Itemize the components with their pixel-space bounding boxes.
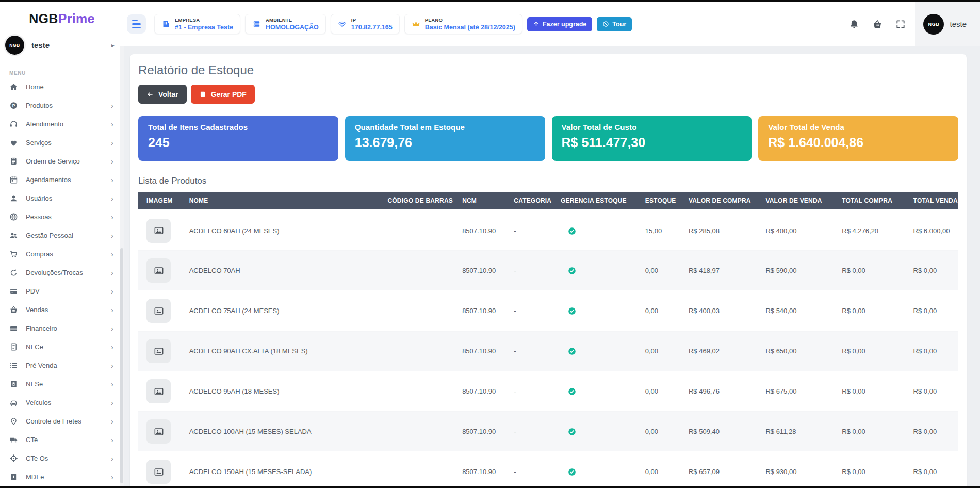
chip-value: 170.82.77.165 (351, 24, 393, 31)
window-chrome-top (0, 0, 980, 2)
product-image-placeholder (146, 258, 171, 283)
tour-button[interactable]: Tour (597, 17, 632, 31)
logo-part-prime: Prime (58, 11, 95, 26)
avatar: NGB (5, 36, 24, 55)
generate-pdf-button[interactable]: Gerar PDF (191, 85, 255, 104)
chevron-right-icon: › (111, 473, 113, 481)
sidebar-item[interactable]: MDFe › (0, 467, 124, 486)
product-image-placeholder (146, 339, 171, 363)
product-purchase-value: R$ 400,03 (680, 291, 757, 331)
chevron-right-icon: › (111, 194, 113, 202)
header-info-chip[interactable]: IP 170.82.77.165 (331, 14, 400, 34)
sidebar-item-label: Controle de Fretes (26, 417, 81, 425)
chip-label: PLANO (425, 17, 515, 23)
stock-managed-check-icon (568, 387, 576, 396)
back-button[interactable]: Voltar (138, 85, 187, 104)
sidebar-item[interactable]: Ordem de Serviço › (0, 152, 124, 170)
sidebar-item[interactable]: Devoluções/Trocas › (0, 263, 124, 282)
product-sale-value: R$ 400,00 (757, 210, 834, 251)
column-header: IMAGEM (138, 192, 181, 210)
sidebar-item[interactable]: Gestão Pessoal › (0, 226, 124, 245)
sidebar-item[interactable]: CTe Os › (0, 449, 124, 467)
table-row[interactable]: ACDELCO 60AH (24 MESES) 8507.10.90 - 15,… (138, 210, 958, 251)
sidebar-item-label: Home (26, 83, 44, 91)
product-purchase-value: R$ 509,40 (680, 412, 757, 452)
sidebar-scrollbar[interactable] (120, 46, 124, 486)
product-category: - (505, 371, 552, 412)
sidebar-item-label: Produtos (26, 102, 53, 109)
product-ncm: 8507.10.90 (454, 412, 505, 452)
table-row[interactable]: ACDELCO 100AH (15 MESES) SELADA 8507.10.… (138, 412, 958, 452)
header-info-chip[interactable]: EMPRESA #1 - Empresa Teste (154, 14, 240, 34)
sidebar-item[interactable]: Home › (0, 77, 124, 96)
basket-icon[interactable] (872, 19, 883, 29)
chevron-right-icon: ▸ (111, 42, 115, 49)
sidebar-item[interactable]: PDV › (0, 282, 124, 300)
chevron-right-icon: › (111, 380, 113, 388)
chevron-right-icon: › (111, 306, 113, 314)
sidebar-item[interactable]: Atendimento › (0, 115, 124, 133)
sidebar-item[interactable]: Compras › (0, 245, 124, 263)
sidebar-item[interactable]: Pessoas › (0, 207, 124, 226)
sidebar-item[interactable]: Vendas › (0, 300, 124, 319)
chevron-right-icon: › (111, 139, 113, 147)
product-total-purchase: R$ 0,00 (834, 291, 905, 331)
notifications-bell-icon[interactable] (849, 19, 859, 29)
chevron-right-icon: › (111, 213, 113, 221)
app-logo[interactable]: NGBPrime (0, 2, 124, 31)
sidebar-user-switcher[interactable]: NGB teste ▸ (0, 31, 124, 62)
table-body: ACDELCO 60AH (24 MESES) 8507.10.90 - 15,… (138, 210, 958, 486)
chevron-right-icon: › (111, 176, 113, 184)
table-row[interactable]: ACDELCO 150AH (15 MESES-SELADA) 8507.10.… (138, 452, 958, 486)
product-total-sale: R$ 0,00 (905, 412, 958, 452)
table-row[interactable]: ACDELCO 95AH (18 MESES) 8507.10.90 - 0,0… (138, 371, 958, 412)
sidebar-item[interactable]: Agendamentos › (0, 170, 124, 189)
sidebar-item[interactable]: P Produtos › (0, 96, 124, 115)
column-header: ESTOQUE (637, 192, 680, 210)
sidebar-item[interactable]: Controle de Fretes › (0, 412, 124, 430)
product-name: ACDELCO 60AH (24 MESES) (181, 210, 380, 251)
sidebar-item-label: Pré Venda (26, 362, 57, 369)
sidebar-toggle-button[interactable] (127, 14, 146, 34)
product-total-purchase: R$ 0,00 (834, 452, 905, 486)
topbar-user-menu[interactable]: NGB teste (915, 2, 980, 46)
table-row[interactable]: ACDELCO 75AH (24 MESES) 8507.10.90 - 0,0… (138, 291, 958, 331)
sidebar-item-label: CTe (26, 436, 38, 444)
stock-managed-check-icon (568, 468, 576, 476)
chevron-right-icon: › (111, 269, 113, 276)
upgrade-button[interactable]: Fazer upgrade (527, 17, 592, 31)
sidebar-item[interactable]: Financeiro › (0, 319, 124, 337)
product-ncm: 8507.10.90 (454, 331, 505, 371)
cart-icon (9, 250, 18, 258)
product-name: ACDELCO 70AH (181, 251, 380, 291)
crown-icon (412, 20, 420, 28)
page-title: Relatório de Estoque (138, 62, 958, 78)
sidebar-item[interactable]: NFSe › (0, 375, 124, 393)
product-barcode (379, 452, 454, 486)
header-info-chip[interactable]: PLANO Basic Mensal (até 28/12/2025) (404, 14, 522, 34)
sidebar-item[interactable]: Pré Venda › (0, 356, 124, 375)
sidebar-item[interactable]: Veículos › (0, 393, 124, 412)
sidebar-item[interactable]: NFCe › (0, 337, 124, 356)
sidebar-item-label: CTe Os (26, 454, 48, 462)
product-barcode (379, 331, 454, 371)
sidebar-item[interactable]: CTe › (0, 430, 124, 449)
sidebar-item-label: Atendimento (26, 120, 63, 128)
sidebar-scrollbar-thumb[interactable] (120, 248, 123, 483)
product-name: ACDELCO 90AH CX.ALTA (18 MESES) (181, 331, 380, 371)
column-header: CÓDIGO DE BARRAS (379, 192, 454, 210)
chip-label: AMBIENTE (266, 17, 319, 23)
sidebar-item[interactable]: Usuários › (0, 189, 124, 207)
fullscreen-icon[interactable] (895, 19, 906, 29)
sidebar-item-label: Serviços (26, 139, 52, 147)
sidebar-item[interactable]: Serviços › (0, 133, 124, 152)
table-row[interactable]: ACDELCO 90AH CX.ALTA (18 MESES) 8507.10.… (138, 331, 958, 371)
stock-managed-check-icon (568, 428, 576, 436)
chevron-right-icon: › (111, 287, 113, 295)
product-category: - (505, 452, 552, 486)
sidebar: NGBPrime NGB teste ▸ MENU Home › P Produ… (0, 2, 124, 486)
table-row[interactable]: ACDELCO 70AH 8507.10.90 - 0,00 R$ 418,97… (138, 251, 958, 291)
chip-value: Basic Mensal (até 28/12/2025) (425, 24, 515, 31)
stock-managed-check-icon (568, 227, 576, 235)
header-info-chip[interactable]: AMBIENTE HOMOLOGAÇÃO (245, 14, 326, 34)
